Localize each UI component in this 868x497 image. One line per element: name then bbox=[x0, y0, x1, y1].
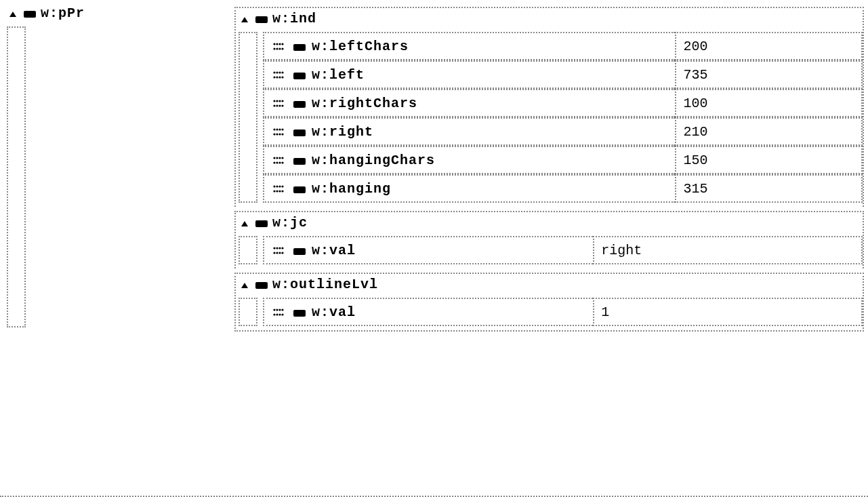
element-icon bbox=[255, 14, 268, 26]
attribute-value[interactable]: 735 bbox=[675, 60, 863, 89]
svg-point-24 bbox=[278, 100, 281, 102]
node-label: w:ind bbox=[272, 11, 316, 26]
svg-point-42 bbox=[278, 157, 281, 159]
svg-rect-68 bbox=[293, 248, 306, 255]
svg-point-29 bbox=[281, 104, 283, 106]
svg-point-41 bbox=[276, 157, 278, 159]
attribute-value[interactable]: 315 bbox=[675, 174, 863, 203]
svg-point-44 bbox=[273, 161, 275, 163]
attribute-icon bbox=[271, 124, 287, 140]
attribute-icon bbox=[271, 39, 287, 55]
attribute-value[interactable]: 210 bbox=[675, 117, 863, 146]
svg-point-43 bbox=[281, 157, 283, 159]
collapse-icon[interactable] bbox=[7, 8, 19, 20]
svg-point-36 bbox=[276, 133, 278, 135]
svg-point-16 bbox=[281, 71, 283, 73]
svg-point-51 bbox=[278, 185, 281, 187]
table-row[interactable]: w:hangingChars 150 bbox=[263, 146, 863, 174]
svg-point-71 bbox=[273, 309, 275, 311]
svg-point-25 bbox=[281, 100, 283, 102]
element-icon bbox=[293, 98, 306, 111]
svg-point-35 bbox=[273, 133, 275, 135]
svg-point-22 bbox=[273, 100, 275, 102]
root-children: w:ind w:leftChars 200 bbox=[234, 3, 864, 332]
svg-point-55 bbox=[278, 190, 281, 192]
collapse-icon[interactable] bbox=[239, 279, 251, 292]
svg-point-5 bbox=[276, 43, 278, 45]
attribute-name: w:rightChars bbox=[312, 96, 417, 111]
table-row[interactable]: w:right 210 bbox=[263, 117, 863, 146]
svg-rect-3 bbox=[255, 16, 268, 23]
svg-marker-0 bbox=[9, 12, 16, 17]
tree-guide-bar bbox=[239, 32, 257, 203]
svg-point-50 bbox=[276, 185, 278, 187]
collapse-icon[interactable] bbox=[239, 14, 251, 26]
tree-guide-bar bbox=[239, 298, 257, 326]
svg-point-65 bbox=[276, 252, 278, 254]
attribute-icon bbox=[271, 153, 287, 169]
svg-marker-69 bbox=[241, 283, 248, 288]
attribute-value[interactable]: 1 bbox=[593, 298, 863, 326]
table-row[interactable]: w:leftChars 200 bbox=[263, 32, 863, 60]
table-row[interactable]: w:rightChars 100 bbox=[263, 89, 863, 117]
svg-point-40 bbox=[273, 157, 275, 159]
svg-point-74 bbox=[281, 309, 283, 311]
node-header[interactable]: w:jc bbox=[236, 212, 863, 233]
svg-point-32 bbox=[276, 128, 278, 130]
node-label: w:pPr bbox=[41, 5, 85, 21]
attribute-value[interactable]: 100 bbox=[675, 89, 863, 117]
tree-node: w:jc w:val right bbox=[234, 211, 864, 269]
attribute-name: w:hanging bbox=[312, 181, 391, 197]
tree-guide-bar bbox=[239, 236, 257, 264]
svg-point-15 bbox=[278, 71, 281, 73]
svg-point-28 bbox=[278, 104, 281, 106]
table-row[interactable]: w:left 735 bbox=[263, 60, 863, 89]
element-icon bbox=[23, 8, 37, 20]
attribute-name: w:val bbox=[312, 304, 356, 320]
node-header[interactable]: w:ind bbox=[236, 8, 863, 29]
svg-point-73 bbox=[278, 309, 281, 311]
svg-point-52 bbox=[281, 185, 283, 187]
attribute-name: w:hangingChars bbox=[312, 153, 435, 168]
svg-point-75 bbox=[273, 313, 275, 315]
attribute-value[interactable]: 150 bbox=[675, 146, 863, 174]
svg-point-53 bbox=[273, 190, 275, 192]
element-icon bbox=[293, 127, 306, 139]
svg-marker-58 bbox=[241, 221, 248, 226]
xml-tree: w:pPr w:ind bbox=[0, 0, 868, 497]
svg-rect-39 bbox=[293, 130, 306, 136]
node-label: w:outlineLvl bbox=[272, 277, 378, 292]
svg-point-13 bbox=[273, 71, 275, 73]
tree-node-root: w:pPr w:ind bbox=[4, 3, 864, 332]
attribute-value[interactable]: 200 bbox=[675, 32, 863, 60]
svg-point-77 bbox=[278, 313, 281, 315]
table-row[interactable]: w:val right bbox=[263, 236, 863, 264]
node-label: w:jc bbox=[272, 215, 308, 231]
node-header[interactable]: w:pPr bbox=[4, 3, 234, 24]
svg-rect-48 bbox=[293, 158, 306, 165]
attribute-icon bbox=[271, 67, 287, 83]
svg-point-33 bbox=[278, 128, 281, 130]
element-icon bbox=[293, 41, 306, 54]
node-header[interactable]: w:outlineLvl bbox=[236, 274, 863, 295]
svg-point-17 bbox=[273, 76, 275, 78]
svg-point-20 bbox=[281, 76, 283, 78]
svg-point-56 bbox=[281, 190, 283, 192]
attribute-name: w:left bbox=[312, 67, 365, 83]
svg-point-60 bbox=[273, 247, 275, 249]
collapse-icon[interactable] bbox=[239, 218, 251, 230]
svg-rect-12 bbox=[293, 44, 306, 51]
element-icon bbox=[293, 155, 306, 167]
svg-rect-30 bbox=[293, 101, 306, 108]
svg-point-34 bbox=[281, 128, 283, 130]
table-row[interactable]: w:val 1 bbox=[263, 298, 863, 326]
element-icon bbox=[255, 218, 268, 230]
attribute-value[interactable]: right bbox=[593, 236, 863, 264]
svg-point-64 bbox=[273, 252, 275, 254]
table-row[interactable]: w:hanging 315 bbox=[263, 174, 863, 203]
attribute-name: w:right bbox=[312, 124, 373, 140]
attribute-icon bbox=[271, 304, 287, 321]
svg-point-66 bbox=[278, 252, 281, 254]
element-icon bbox=[255, 279, 268, 292]
element-icon bbox=[293, 245, 306, 258]
